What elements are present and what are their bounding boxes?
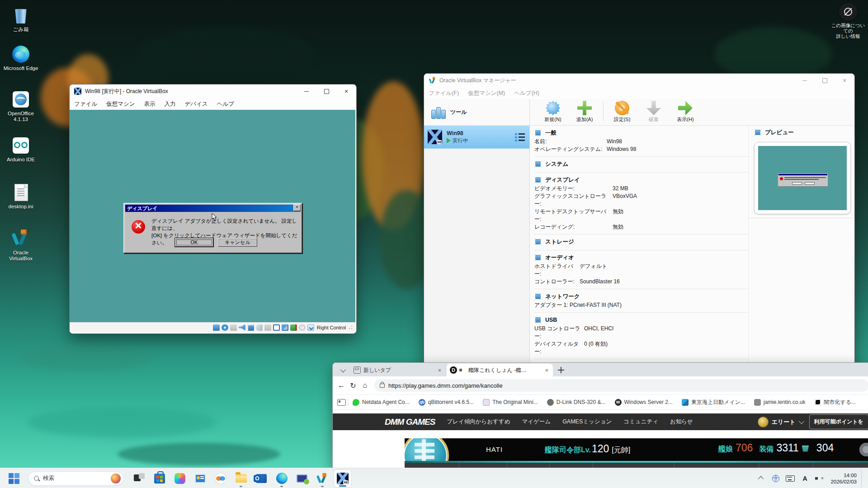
- dmm-games-logo[interactable]: DMM GAMES: [385, 417, 435, 427]
- url-text[interactable]: https://play.games.dmm.com/game/kancolle: [388, 382, 503, 389]
- sidebar-toggle-icon[interactable]: [337, 399, 346, 406]
- spotlight-info[interactable]: この画像についての 詳しい情報: [831, 3, 865, 39]
- menu-file[interactable]: ファイル(F): [424, 89, 463, 97]
- network-icon[interactable]: [247, 324, 254, 331]
- optical-drives-icon[interactable]: [222, 324, 228, 331]
- toolbar-add-button[interactable]: 追加(A): [569, 99, 600, 123]
- tab-search-button[interactable]: [336, 364, 348, 376]
- desktop-icon-edge[interactable]: Microsoft Edge: [2, 44, 40, 71]
- network-tray-button[interactable]: [770, 473, 782, 484]
- menu-machine[interactable]: 仮想マシン: [102, 100, 139, 108]
- tab-kancolle[interactable]: D 艦隊これくしょん -艦これ- - DMM ×: [446, 364, 553, 376]
- bookmark-item[interactable]: Netdata Agent Co...: [353, 399, 410, 406]
- bookmark-item[interactable]: WWindows Server 2...: [615, 399, 673, 406]
- minimize-button[interactable]: [297, 84, 316, 98]
- nav-news[interactable]: お知らせ: [670, 418, 693, 426]
- menu-input[interactable]: 入力: [160, 100, 180, 108]
- seamless-icon[interactable]: [282, 324, 288, 331]
- bookmark-item[interactable]: D-Link DNS-320 &...: [547, 399, 606, 406]
- vm-list-menu-icon[interactable]: [515, 132, 525, 141]
- keyboard-icon[interactable]: [307, 324, 314, 331]
- close-tab-icon[interactable]: ×: [437, 367, 442, 374]
- menu-help[interactable]: ヘルプ: [212, 100, 239, 108]
- taskbar-search[interactable]: 検索: [28, 471, 124, 486]
- refresh-button[interactable]: ↻: [347, 381, 359, 390]
- system-info-button[interactable]: [191, 469, 209, 488]
- floppy-drives-icon[interactable]: [230, 324, 237, 331]
- bookmark-item[interactable]: The Original Mini...: [483, 399, 538, 406]
- close-button[interactable]: ×: [336, 84, 356, 98]
- show-desktop-button[interactable]: [861, 469, 863, 488]
- bookmark-item[interactable]: qbqBittorrent v4.6.5...: [419, 399, 474, 406]
- vm-guest-screen[interactable]: ディスプレイ × ディスプレイ アダプタが正しく設定されていません。 設定し直す…: [70, 110, 355, 322]
- ok-button[interactable]: OK: [175, 238, 213, 247]
- menu-devices[interactable]: デバイス: [180, 100, 212, 108]
- lock-icon[interactable]: [380, 384, 385, 388]
- desktop-icon-recycle-bin[interactable]: ごみ箱: [2, 5, 40, 33]
- microsoft-store-button[interactable]: [151, 469, 169, 488]
- hard-disks-icon[interactable]: [213, 324, 220, 331]
- search-daily-art-icon[interactable]: [111, 474, 121, 483]
- desktop-icon-virtualbox[interactable]: Oracle VirtualBox: [2, 229, 40, 262]
- recording-icon[interactable]: [299, 324, 306, 331]
- home-button[interactable]: ⌂: [359, 381, 371, 389]
- weather-app-button[interactable]: [212, 469, 230, 488]
- toolbar-new-button[interactable]: 新規(N): [537, 99, 569, 123]
- vm-list-item-win98[interactable]: 98 Win98 実行中: [424, 126, 529, 149]
- desktop-icon-openoffice[interactable]: OpenOffice 4.1.13: [2, 89, 40, 122]
- back-button[interactable]: ←: [335, 381, 347, 389]
- file-explorer-button[interactable]: [232, 469, 250, 488]
- account-menu[interactable]: エリート: [758, 417, 803, 427]
- display-icon[interactable]: [273, 324, 280, 331]
- volume-tray-button[interactable]: ×: [813, 473, 825, 484]
- spotlight-icon[interactable]: [839, 3, 857, 21]
- ime-mode-button[interactable]: A: [799, 473, 811, 484]
- audio-icon[interactable]: [239, 324, 245, 331]
- cancel-button[interactable]: キャンセル: [218, 238, 257, 247]
- nav-missions[interactable]: GAMESミッション: [562, 418, 612, 426]
- toolbar-show-button[interactable]: 表示(H): [670, 99, 701, 123]
- maximize-button[interactable]: [815, 74, 835, 87]
- tools-header[interactable]: ツール: [424, 99, 529, 126]
- bookmark-item[interactable]: jamie.lentin.co.uk: [754, 399, 806, 406]
- menu-file[interactable]: ファイル: [70, 100, 102, 108]
- touch-keyboard-button[interactable]: [784, 473, 796, 484]
- copilot-button[interactable]: [171, 469, 189, 488]
- edge-button[interactable]: [273, 469, 291, 488]
- tab-new-tab[interactable]: 新しいタブ ×: [350, 364, 446, 376]
- remote-desktop-button[interactable]: [293, 469, 311, 488]
- nav-community[interactable]: コミュニティ: [623, 418, 658, 426]
- new-tab-button[interactable]: [556, 365, 566, 375]
- resize-grip[interactable]: [349, 325, 353, 329]
- vm-titlebar[interactable]: Win98 [実行中] - Oracle VirtualBox ×: [70, 84, 356, 98]
- manager-titlebar[interactable]: Oracle VirtualBox マネージャー ×: [424, 74, 854, 87]
- nav-recommend[interactable]: プレイ傾向からおすすめ: [447, 418, 510, 426]
- close-button[interactable]: ×: [835, 74, 854, 87]
- win98-vm-button[interactable]: 98: [334, 469, 352, 488]
- tab-muted-speaker-icon[interactable]: [459, 367, 466, 373]
- dialog-close-icon[interactable]: ×: [293, 204, 301, 211]
- outlook-button[interactable]: [252, 469, 270, 488]
- desktop-icon-desktop-ini[interactable]: desktop.ini: [2, 183, 40, 210]
- bookmark-item[interactable]: 東京海上日動メイン...: [682, 399, 745, 406]
- task-view-button[interactable]: [130, 469, 148, 488]
- virtualbox-button[interactable]: [313, 469, 331, 488]
- menu-help[interactable]: ヘルプ(H): [509, 89, 544, 97]
- start-button[interactable]: [8, 473, 20, 484]
- dialog-titlebar[interactable]: ディスプレイ: [125, 205, 301, 212]
- maximize-button[interactable]: [316, 84, 336, 98]
- shared-folders-icon[interactable]: [264, 324, 271, 331]
- menu-machine[interactable]: 仮想マシン(M): [463, 89, 509, 97]
- usb-icon[interactable]: [256, 324, 263, 331]
- close-tab-icon[interactable]: ×: [544, 367, 549, 374]
- toolbar-settings-button[interactable]: 設定(S): [606, 99, 638, 123]
- settings-gear-icon[interactable]: [859, 443, 868, 456]
- desktop-icon-arduino[interactable]: Arduino IDE: [2, 136, 40, 163]
- network-adapter-icon[interactable]: [290, 324, 297, 331]
- nav-my-games[interactable]: マイゲーム: [522, 418, 551, 426]
- taskbar-clock[interactable]: 14:00 2026/02/03: [830, 472, 857, 485]
- menu-view[interactable]: 表示: [140, 100, 160, 108]
- points-button[interactable]: 利用可能ポイントを: [809, 414, 868, 429]
- bookmark-item[interactable]: 闇市化する...: [815, 399, 856, 406]
- tray-overflow-button[interactable]: [755, 473, 767, 484]
